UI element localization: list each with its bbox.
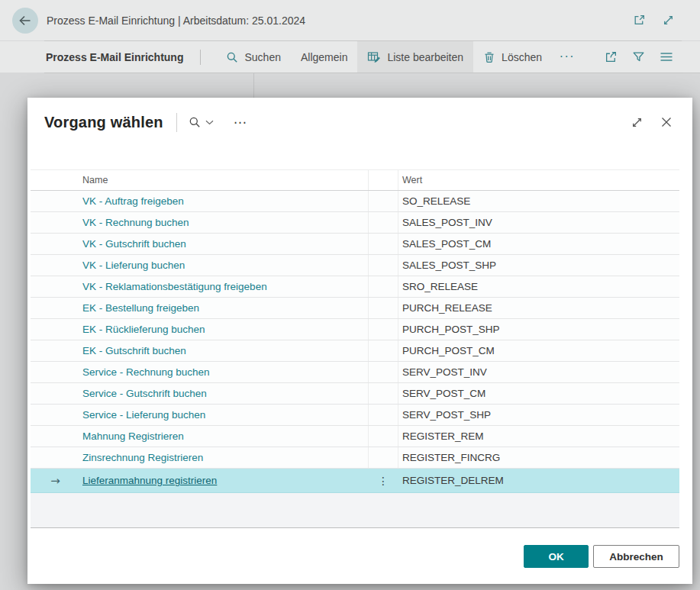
- row-value: SERV_POST_INV: [398, 366, 679, 378]
- page-title: Prozess E-Mail Einrichtung | Arbeitsdatu…: [47, 15, 305, 27]
- dialog-spacer: [27, 147, 692, 169]
- row-name-link[interactable]: EK - Gutschrift buchen: [82, 345, 186, 356]
- toolbar-search-button[interactable]: Suchen: [216, 41, 290, 73]
- row-value: SALES_POST_INV: [398, 217, 679, 228]
- row-value: REGISTER_DELREM: [398, 475, 679, 486]
- ok-button[interactable]: OK: [524, 545, 589, 568]
- row-name-link[interactable]: EK - Rücklieferung buchen: [82, 324, 205, 335]
- toolbar-caption: Prozess E-Mail Einrichtung: [46, 51, 183, 63]
- row-name-link[interactable]: Mahnung Registrieren: [82, 430, 184, 442]
- dialog-header-divider: [176, 113, 177, 132]
- row-options-icon[interactable]: ⋮: [378, 475, 389, 487]
- table-row[interactable]: VK - Rechnung buchen SALES_POST_INV: [31, 212, 679, 234]
- row-name-link[interactable]: VK - Reklamationsbestätigung freigeben: [82, 281, 267, 292]
- toolbar-more-button[interactable]: ···: [552, 50, 582, 64]
- toolbar-delete-label: Löschen: [502, 51, 542, 63]
- row-value: SALES_POST_CM: [398, 238, 679, 250]
- resize-dialog-icon[interactable]: [631, 116, 644, 129]
- cancel-button[interactable]: Abbrechen: [593, 545, 679, 568]
- row-name-link[interactable]: Lieferanmahnung registrieren: [82, 475, 217, 486]
- table-row[interactable]: VK - Gutschrift buchen SALES_POST_CM: [31, 234, 679, 255]
- column-header-name[interactable]: Name: [80, 170, 369, 190]
- list-view-icon[interactable]: [660, 50, 673, 63]
- row-name-link[interactable]: VK - Auftrag freigeben: [82, 195, 184, 207]
- edit-list-icon: [367, 50, 381, 64]
- trash-icon: [483, 51, 495, 63]
- back-button[interactable]: [12, 8, 38, 34]
- selected-row-arrow-icon: →: [31, 474, 80, 488]
- row-value: SRO_RELEASE: [398, 281, 679, 292]
- toolbar-edit-list-label: Liste bearbeiten: [387, 51, 463, 63]
- dialog-title: Vorgang wählen: [44, 114, 163, 131]
- open-in-new-window-icon[interactable]: [633, 14, 646, 27]
- page-header: Prozess E-Mail Einrichtung | Arbeitsdatu…: [0, 0, 700, 40]
- table-body: VK - Auftrag freigeben SO_RELEASE VK - R…: [31, 191, 679, 493]
- back-arrow-icon: [18, 13, 33, 28]
- row-name-link[interactable]: Service - Gutschrift buchen: [82, 388, 207, 399]
- table-row[interactable]: VK - Auftrag freigeben SO_RELEASE: [31, 191, 679, 212]
- resize-window-icon[interactable]: [662, 14, 675, 27]
- row-value: SO_RELEASE: [398, 195, 679, 207]
- dialog-header: Vorgang wählen ⋯: [27, 98, 692, 147]
- table-row[interactable]: EK - Rücklieferung buchen PURCH_POST_SHP: [31, 319, 679, 340]
- row-value: PURCH_RELEASE: [398, 302, 679, 314]
- row-name-link[interactable]: VK - Gutschrift buchen: [82, 238, 186, 250]
- table-row[interactable]: EK - Gutschrift buchen PURCH_POST_CM: [31, 340, 679, 362]
- table-row[interactable]: VK - Reklamationsbestätigung freigeben S…: [31, 276, 679, 298]
- table-empty-area: [31, 493, 679, 528]
- dialog-footer: OK Abbrechen: [27, 529, 692, 584]
- search-icon: [189, 116, 201, 128]
- row-value: SERV_POST_CM: [398, 388, 679, 399]
- table-header-row: Name Wert: [31, 169, 679, 191]
- row-value: REGISTER_FINCRG: [398, 452, 679, 463]
- row-name-link[interactable]: Service - Lieferung buchen: [82, 409, 205, 421]
- row-value: REGISTER_REM: [398, 430, 679, 442]
- row-name-link[interactable]: VK - Rechnung buchen: [82, 217, 189, 228]
- row-name-link[interactable]: Zinsrechnung Registrieren: [82, 452, 203, 463]
- content-divider: [253, 73, 254, 98]
- dialog-more-button[interactable]: ⋯: [234, 114, 247, 130]
- toolbar-general-button[interactable]: Allgemein: [291, 41, 357, 73]
- close-icon[interactable]: [660, 116, 673, 128]
- row-value: PURCH_POST_CM: [398, 345, 679, 356]
- row-name-link[interactable]: EK - Bestellung freigeben: [82, 302, 199, 314]
- table-row[interactable]: Service - Rechnung buchen SERV_POST_INV: [31, 362, 679, 383]
- filter-icon[interactable]: [632, 50, 645, 63]
- row-value: PURCH_POST_SHP: [398, 324, 679, 335]
- dialog-search-button[interactable]: [189, 116, 214, 128]
- toolbar-delete-button[interactable]: Löschen: [473, 41, 552, 73]
- row-name-link[interactable]: VK - Lieferung buchen: [82, 260, 185, 271]
- table-row[interactable]: Service - Lieferung buchen SERV_POST_SHP: [31, 405, 679, 426]
- operations-table: Name Wert VK - Auftrag freigeben SO_RELE…: [31, 169, 679, 493]
- share-icon[interactable]: [605, 50, 618, 63]
- table-row[interactable]: VK - Lieferung buchen SALES_POST_SHP: [31, 255, 679, 276]
- table-row[interactable]: → Lieferanmahnung registrieren ⋮ REGISTE…: [31, 469, 679, 493]
- row-value: SERV_POST_SHP: [398, 409, 679, 421]
- row-name-link[interactable]: Service - Rechnung buchen: [82, 366, 210, 378]
- search-icon: [226, 51, 238, 63]
- toolbar-general-label: Allgemein: [301, 51, 347, 63]
- table-row[interactable]: Zinsrechnung Registrieren REGISTER_FINCR…: [31, 447, 679, 469]
- chevron-down-icon: [205, 120, 214, 125]
- table-row[interactable]: EK - Bestellung freigeben PURCH_RELEASE: [31, 298, 679, 319]
- table-row[interactable]: Mahnung Registrieren REGISTER_REM: [31, 426, 679, 447]
- row-value: SALES_POST_SHP: [398, 260, 679, 271]
- choose-operation-dialog: Vorgang wählen ⋯ Name Wert: [27, 98, 692, 584]
- toolbar-divider: [200, 50, 201, 65]
- page-toolbar: Prozess E-Mail Einrichtung Suchen Allgem…: [0, 41, 700, 73]
- column-header-wert[interactable]: Wert: [398, 175, 679, 185]
- table-row[interactable]: Service - Gutschrift buchen SERV_POST_CM: [31, 383, 679, 405]
- toolbar-edit-list-button[interactable]: Liste bearbeiten: [357, 41, 473, 73]
- toolbar-search-label: Suchen: [244, 51, 280, 63]
